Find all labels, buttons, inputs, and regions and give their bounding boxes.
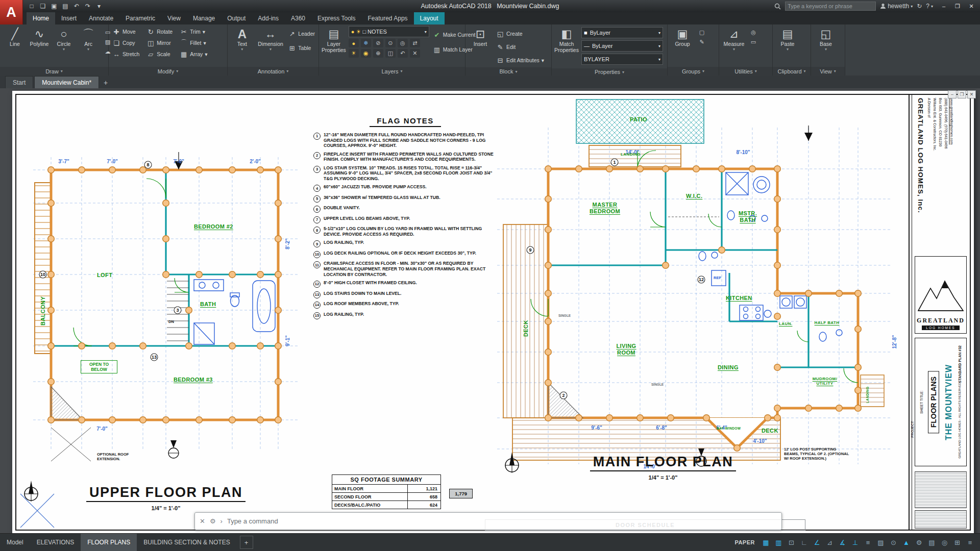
array-button[interactable]: ▦Array▾ [179, 48, 208, 60]
qat-menu-icon[interactable]: ▾ [94, 2, 104, 11]
ribbon-tab[interactable]: View [161, 12, 187, 24]
clean-screen-icon[interactable]: ⊞ [951, 537, 963, 548]
circle-button[interactable]: ○ Circle▾ [52, 26, 76, 52]
ungroup-icon[interactable]: ▢ [697, 28, 706, 36]
layers-panel-footer[interactable]: Layers▾ [319, 67, 465, 76]
paper-space-toggle[interactable]: PAPER [734, 539, 755, 545]
group-button[interactable]: ▣Group [670, 26, 695, 47]
ribbon-tab[interactable]: Insert [55, 12, 83, 24]
rotate-button[interactable]: ↻Rotate [145, 26, 176, 37]
move-button[interactable]: ✚Move [111, 26, 142, 37]
ribbon-tab[interactable]: Manage [187, 12, 221, 24]
paste-button[interactable]: ▤Paste▾ [775, 26, 800, 52]
dimension-button[interactable]: ↔Dimension▾ [257, 26, 285, 52]
layer-previous-icon[interactable]: ↶ [398, 49, 408, 58]
new-drawing-tab-button[interactable]: + [100, 77, 111, 88]
mirror-button[interactable]: ◫Mirror [145, 37, 176, 48]
lineweight-display-icon[interactable]: ≡ [862, 537, 874, 548]
edit-attributes-button[interactable]: ⊟Edit Attributes▾ [495, 55, 545, 66]
drawing-canvas[interactable]: – ❐ ✕ [0, 88, 980, 534]
layout-tab[interactable]: BUILDING SECTION & NOTES [137, 534, 236, 551]
object-snap-icon[interactable]: ⊥ [849, 537, 861, 548]
ribbon-tab[interactable]: Featured Apps [362, 12, 414, 24]
layer-lock-icon[interactable]: ⊘ [373, 39, 383, 47]
modify-panel-footer[interactable]: Modify▾ [109, 67, 227, 76]
layer-properties-button[interactable]: ▤Layer Properties [322, 26, 346, 53]
redo-icon[interactable]: ↷ [83, 2, 93, 11]
doc-close-icon[interactable]: ✕ [967, 90, 976, 98]
transparency-icon[interactable]: ▨ [875, 537, 887, 548]
ribbon-tab[interactable]: Express Tools [311, 12, 361, 24]
layer-thaw-icon[interactable]: ◉ [361, 49, 371, 58]
doc-minimize-icon[interactable]: – [948, 90, 957, 98]
base-view-button[interactable]: ◱Base▾ [814, 26, 838, 52]
scale-button[interactable]: ▱Scale [145, 48, 176, 60]
layout-tab[interactable]: Model [0, 534, 30, 551]
doc-restore-icon[interactable]: ❐ [958, 90, 966, 98]
group-edit-icon[interactable]: ✎ [697, 38, 706, 46]
object-color-dropdown[interactable]: ■ByLayer▾ [581, 27, 663, 38]
arc-button[interactable]: ⌒ Arc▾ [76, 26, 101, 52]
ribbon-tab[interactable]: Parametric [119, 12, 161, 24]
copy-button[interactable]: ❏Copy [111, 37, 142, 48]
annotation-panel-footer[interactable]: Annotation▾ [228, 67, 318, 76]
ortho-mode-icon[interactable]: ∟ [798, 537, 810, 548]
ribbon-tab[interactable]: Output [221, 12, 252, 24]
layer-match-icon[interactable]: ◫ [385, 49, 396, 58]
sign-in-control[interactable]: hewetth▾ [880, 3, 913, 10]
ribbon-tab[interactable]: Layout [414, 12, 445, 24]
edit-block-button[interactable]: ✎Edit [495, 41, 545, 53]
quick-properties-icon[interactable]: ▤ [926, 537, 938, 548]
workspace-switching-icon[interactable]: ⚙ [913, 537, 925, 548]
layer-merge-icon[interactable]: ✕ [410, 49, 420, 58]
ribbon-tab[interactable]: A360 [285, 12, 311, 24]
annotation-scale-icon[interactable]: ▲ [900, 537, 912, 548]
lineweight-dropdown[interactable]: —ByLayer▾ [581, 40, 663, 52]
measure-button[interactable]: ⊿Measure▾ [722, 26, 746, 52]
trim-button[interactable]: ✂Trim▾ [179, 26, 208, 37]
infer-constraints-icon[interactable]: ⊡ [786, 537, 797, 548]
id-point-icon[interactable]: ◎ [749, 28, 758, 36]
isolate-objects-icon[interactable]: ◎ [939, 537, 950, 548]
save-icon[interactable]: ▣ [49, 2, 59, 11]
layer-freeze-icon[interactable]: ❄ [361, 39, 371, 47]
command-prompt-text[interactable]: Type a command [227, 517, 278, 525]
ribbon-tab[interactable]: Home [27, 12, 55, 24]
object-snap-tracking-icon[interactable]: ∡ [837, 537, 848, 548]
block-panel-footer[interactable]: Block▾ [465, 67, 551, 76]
layer-walk-icon[interactable]: ⇄ [410, 39, 420, 47]
application-menu-button[interactable]: A [0, 0, 23, 24]
plot-icon[interactable]: ▤ [60, 2, 70, 11]
line-button[interactable]: ╱ Line [3, 26, 27, 52]
polyline-button[interactable]: ∿ Polyline [27, 26, 52, 52]
new-layout-button[interactable]: + [240, 536, 253, 549]
command-customize-icon[interactable]: ⚙ [210, 517, 216, 525]
snap-mode-icon[interactable]: ▥ [773, 537, 785, 548]
linetype-dropdown[interactable]: BYLAYER▾ [581, 54, 663, 65]
command-line[interactable]: ✕ ⚙ › Type a command [194, 512, 782, 530]
help-button[interactable]: ?▾ [926, 3, 933, 10]
layer-unlock-icon[interactable]: ⊕ [373, 49, 383, 58]
draw-panel-footer[interactable]: Draw▾ [0, 67, 108, 76]
table-button[interactable]: ⊞Table [287, 42, 316, 54]
properties-panel-footer[interactable]: Properties▾ [552, 68, 667, 76]
text-button[interactable]: AText▾ [230, 26, 254, 52]
search-input[interactable] [785, 2, 876, 11]
layer-on-icon[interactable]: ☀ [349, 49, 359, 58]
new-file-icon[interactable]: □ [27, 2, 37, 11]
customization-icon[interactable]: ≡ [964, 537, 976, 548]
match-properties-button[interactable]: ◧Match Properties [554, 26, 579, 53]
clipboard-panel-footer[interactable]: Clipboard▾ [773, 67, 811, 76]
layer-dropdown[interactable]: ● ☀ □ NOTES ▾ [349, 26, 429, 37]
grid-display-icon[interactable]: ▦ [760, 537, 772, 548]
layer-off-icon[interactable]: ● [349, 39, 359, 47]
close-button[interactable]: ✕ [965, 2, 978, 11]
restore-button[interactable]: ❐ [951, 2, 964, 11]
document-tab[interactable]: Start [5, 76, 33, 88]
stretch-button[interactable]: ↔Stretch [111, 48, 142, 60]
polar-tracking-icon[interactable]: ∠ [811, 537, 823, 548]
insert-block-button[interactable]: ⊡Insert [468, 26, 493, 47]
layer-isolate-icon[interactable]: ⊙ [385, 39, 396, 47]
layout-tab[interactable]: FLOOR PLANS [81, 534, 137, 551]
leader-button[interactable]: ↗Leader [287, 28, 316, 39]
